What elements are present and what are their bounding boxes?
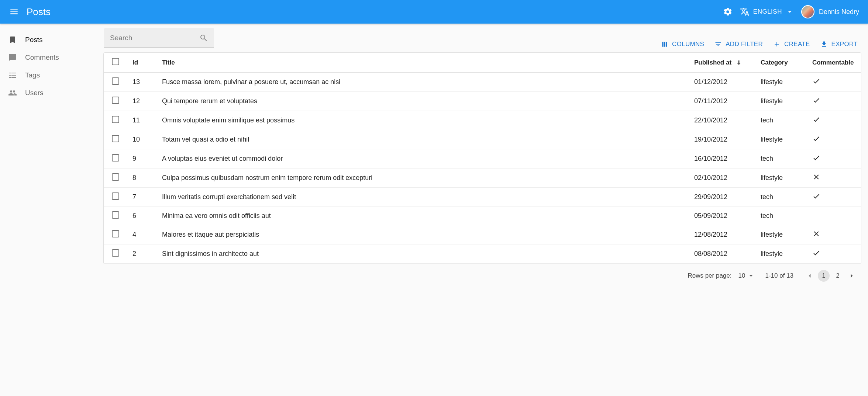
cell-published-at: 01/12/2012 <box>688 73 754 92</box>
cell-title: Minima ea vero omnis odit officiis aut <box>155 207 688 225</box>
cell-published-at: 08/08/2012 <box>688 244 754 264</box>
cell-published-at: 19/10/2012 <box>688 130 754 149</box>
sidebar-item-label: Users <box>25 89 44 97</box>
table-row[interactable]: 8Culpa possimus quibusdam nostrum enim t… <box>104 169 861 188</box>
check-icon <box>812 249 820 257</box>
create-label: CREATE <box>784 41 810 48</box>
export-label: EXPORT <box>831 41 858 48</box>
settings-button[interactable] <box>723 7 733 17</box>
cell-id: 11 <box>126 111 155 130</box>
row-checkbox[interactable] <box>112 192 119 200</box>
cell-id: 9 <box>126 149 155 169</box>
export-button[interactable]: EXPORT <box>820 41 858 48</box>
cell-published-at: 16/10/2012 <box>688 149 754 169</box>
rows-per-page-value: 10 <box>738 272 745 279</box>
data-table: Id Title Published at Category Commentab… <box>103 52 861 264</box>
col-title[interactable]: Title <box>155 53 688 73</box>
download-icon <box>820 41 828 48</box>
search-input[interactable] <box>110 34 199 42</box>
search-field[interactable] <box>104 28 214 48</box>
table-row[interactable]: 9A voluptas eius eveniet ut commodi dolo… <box>104 149 861 169</box>
table-header-row: Id Title Published at Category Commentab… <box>104 53 861 73</box>
cell-id: 10 <box>126 130 155 149</box>
table-row[interactable]: 10Totam vel quasi a odio et nihil19/10/2… <box>104 130 861 149</box>
table-row[interactable]: 4Maiores et itaque aut perspiciatis12/08… <box>104 225 861 244</box>
cell-commentable <box>806 130 861 149</box>
check-icon <box>812 135 820 143</box>
table-row[interactable]: 13Fusce massa lorem, pulvinar a posuere … <box>104 73 861 92</box>
cell-commentable <box>806 207 861 225</box>
prev-page-button[interactable] <box>804 270 816 282</box>
cell-category: lifestyle <box>754 92 806 111</box>
columns-label: COLUMNS <box>672 41 704 48</box>
bookmark-icon <box>8 35 17 44</box>
cell-id: 4 <box>126 225 155 244</box>
people-icon <box>8 88 17 97</box>
appbar: Posts ENGLISH Dennis Nedry <box>0 0 868 24</box>
language-selector[interactable]: ENGLISH <box>740 7 794 17</box>
row-checkbox[interactable] <box>112 116 119 123</box>
sidebar-item-posts[interactable]: Posts <box>0 31 103 49</box>
col-id[interactable]: Id <box>126 53 155 73</box>
columns-button[interactable]: COLUMNS <box>661 41 704 48</box>
table-row[interactable]: 2Sint dignissimos in architecto aut08/08… <box>104 244 861 264</box>
row-checkbox[interactable] <box>112 97 119 104</box>
page-2-button[interactable]: 2 <box>832 270 844 282</box>
sidebar-item-tags[interactable]: Tags <box>0 66 103 84</box>
row-checkbox[interactable] <box>112 77 119 85</box>
col-published-at[interactable]: Published at <box>688 53 754 73</box>
col-category[interactable]: Category <box>754 53 806 73</box>
rows-per-page-select[interactable]: 10 <box>738 272 755 279</box>
cell-title: Sint dignissimos in architecto aut <box>155 244 688 264</box>
add-filter-label: ADD FILTER <box>726 41 763 48</box>
table-row[interactable]: 11Omnis voluptate enim similique est pos… <box>104 111 861 130</box>
cell-id: 8 <box>126 169 155 188</box>
cell-published-at: 29/09/2012 <box>688 188 754 207</box>
row-checkbox[interactable] <box>112 230 119 237</box>
table-body: 13Fusce massa lorem, pulvinar a posuere … <box>104 73 861 264</box>
row-checkbox[interactable] <box>112 211 119 219</box>
cell-title: Fusce massa lorem, pulvinar a posuere ut… <box>155 73 688 92</box>
plus-icon <box>773 41 781 48</box>
cell-title: Maiores et itaque aut perspiciatis <box>155 225 688 244</box>
cell-category: tech <box>754 149 806 169</box>
table-row[interactable]: 6Minima ea vero omnis odit officiis aut0… <box>104 207 861 225</box>
table-row[interactable]: 12Qui tempore rerum et voluptates07/11/2… <box>104 92 861 111</box>
sidebar-item-comments[interactable]: Comments <box>0 49 103 66</box>
sidebar-item-users[interactable]: Users <box>0 84 103 102</box>
sort-desc-icon <box>736 59 742 66</box>
chevron-down-icon <box>786 8 794 16</box>
col-commentable[interactable]: Commentable <box>806 53 861 73</box>
row-checkbox[interactable] <box>112 154 119 161</box>
next-page-button[interactable] <box>846 270 858 282</box>
row-checkbox[interactable] <box>112 249 119 257</box>
check-icon <box>812 115 820 124</box>
user-menu[interactable]: Dennis Nedry <box>801 5 859 18</box>
row-checkbox[interactable] <box>112 173 119 181</box>
cell-id: 6 <box>126 207 155 225</box>
language-label: ENGLISH <box>753 8 782 15</box>
page-1-button[interactable]: 1 <box>818 270 830 282</box>
cell-category: tech <box>754 188 806 207</box>
cell-id: 2 <box>126 244 155 264</box>
add-filter-button[interactable]: ADD FILTER <box>714 41 763 48</box>
user-name: Dennis Nedry <box>819 8 859 16</box>
pagination-range: 1-10 of 13 <box>765 272 793 279</box>
cell-commentable <box>806 149 861 169</box>
cell-title: Omnis voluptate enim similique est possi… <box>155 111 688 130</box>
cell-published-at: 07/11/2012 <box>688 92 754 111</box>
select-all-checkbox[interactable] <box>112 58 119 65</box>
table-row[interactable]: 7Illum veritatis corrupti exercitationem… <box>104 188 861 207</box>
cell-id: 12 <box>126 92 155 111</box>
cell-title: Illum veritatis corrupti exercitationem … <box>155 188 688 207</box>
gear-icon <box>723 7 733 17</box>
rows-per-page-label: Rows per page: <box>688 272 731 279</box>
close-icon <box>812 230 820 238</box>
cell-commentable <box>806 169 861 188</box>
menu-button[interactable] <box>9 7 19 17</box>
list-icon <box>8 71 17 80</box>
page-title: Posts <box>27 6 51 18</box>
row-checkbox[interactable] <box>112 135 119 142</box>
create-button[interactable]: CREATE <box>773 41 810 48</box>
cell-category: lifestyle <box>754 130 806 149</box>
